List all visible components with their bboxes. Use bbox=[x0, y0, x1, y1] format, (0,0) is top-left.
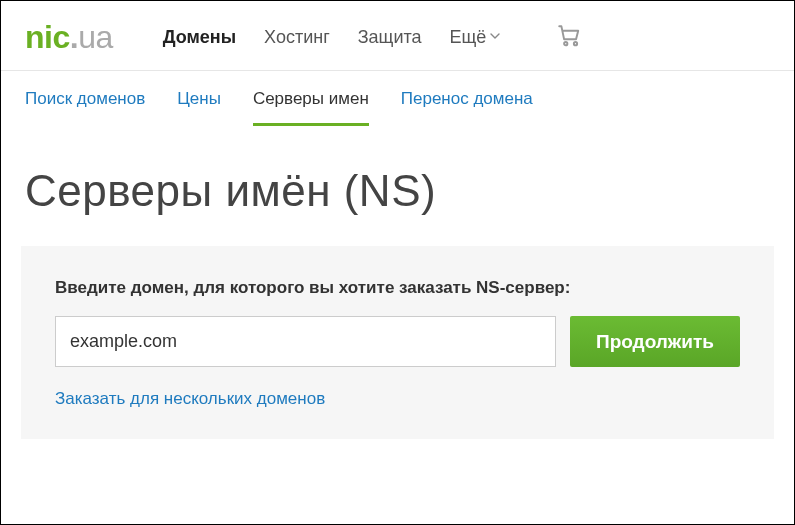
chevron-down-icon bbox=[490, 33, 500, 43]
domain-input[interactable] bbox=[55, 316, 556, 367]
continue-button[interactable]: Продолжить bbox=[570, 316, 740, 367]
nav-item-more[interactable]: Ещё bbox=[450, 27, 501, 48]
ns-form-card: Введите домен, для которого вы хотите за… bbox=[21, 246, 774, 439]
header: nic.ua Домены Хостинг Защита Ещё bbox=[1, 1, 794, 71]
sub-nav: Поиск доменов Цены Серверы имен Перенос … bbox=[1, 71, 794, 126]
cart-icon[interactable] bbox=[556, 22, 582, 53]
page-title: Серверы имён (NS) bbox=[1, 126, 794, 236]
nav-item-hosting[interactable]: Хостинг bbox=[264, 27, 330, 48]
multi-domain-link[interactable]: Заказать для нескольких доменов bbox=[55, 389, 740, 409]
subnav-item-prices[interactable]: Цены bbox=[177, 89, 221, 126]
logo-part-ua: ua bbox=[78, 19, 113, 56]
nav-item-security[interactable]: Защита bbox=[358, 27, 422, 48]
subnav-item-nameservers[interactable]: Серверы имен bbox=[253, 89, 369, 126]
form-row: Продолжить bbox=[55, 316, 740, 367]
form-label: Введите домен, для которого вы хотите за… bbox=[55, 278, 740, 298]
svg-point-1 bbox=[574, 42, 577, 45]
main-nav: Домены Хостинг Защита Ещё bbox=[163, 22, 583, 53]
logo[interactable]: nic.ua bbox=[25, 19, 113, 56]
svg-point-0 bbox=[564, 42, 567, 45]
logo-part-dot: . bbox=[70, 19, 78, 56]
subnav-item-search[interactable]: Поиск доменов bbox=[25, 89, 145, 126]
nav-item-domains[interactable]: Домены bbox=[163, 27, 236, 48]
nav-item-more-label: Ещё bbox=[450, 27, 487, 48]
logo-part-nic: nic bbox=[25, 19, 70, 56]
subnav-item-transfer[interactable]: Перенос домена bbox=[401, 89, 533, 126]
